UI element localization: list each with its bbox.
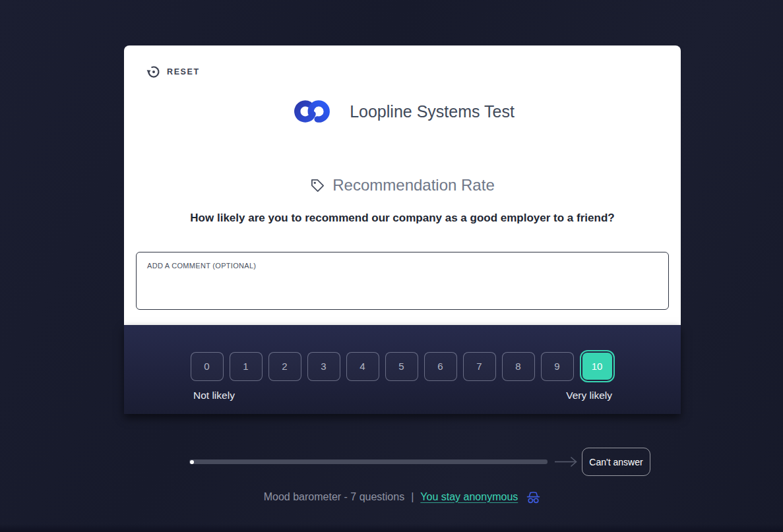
rating-scale-labels: Not likely Very likely [124,390,681,401]
brand-header: Loopline Systems Test [124,94,681,129]
max-label: Very likely [566,390,612,401]
rating-button-9[interactable]: 9 [541,352,574,381]
rating-panel: 012345678910 Not likely Very likely [124,325,681,414]
rating-button-6[interactable]: 6 [424,352,457,381]
question-category-title: Recommendation Rate [332,176,494,194]
progress-bar [189,459,548,464]
rating-button-4[interactable]: 4 [346,352,379,381]
question-category-row: Recommendation Rate [124,176,681,194]
next-arrow-icon[interactable] [554,456,578,468]
min-label: Not likely [193,390,235,401]
rating-button-3[interactable]: 3 [307,352,340,381]
comment-input[interactable] [136,252,669,310]
anonymous-link[interactable]: You stay anonymous [420,491,518,503]
question-text: How likely are you to recommend our comp… [124,212,681,225]
reset-label: RESET [167,67,200,76]
rating-button-7[interactable]: 7 [463,352,496,381]
incognito-icon [526,491,541,504]
loopline-logo-icon [290,94,334,129]
footer-separator: | [411,491,414,503]
cant-answer-button[interactable]: Can't answer [582,448,650,476]
reset-button[interactable]: RESET [146,65,200,79]
rating-button-1[interactable]: 1 [230,352,263,381]
survey-card: RESET Loopline Systems Test [124,45,681,325]
survey-info-text: Mood barometer - 7 questions [264,491,404,503]
bottom-shade [0,524,783,532]
rating-button-0[interactable]: 0 [191,352,224,381]
page-footer: Mood barometer - 7 questions | You stay … [124,489,681,504]
rating-selected-ring: 10 [580,350,615,382]
rating-button-8[interactable]: 8 [502,352,535,381]
brand-title: Loopline Systems Test [350,102,515,121]
rating-button-5[interactable]: 5 [385,352,418,381]
rating-button-10[interactable]: 10 [582,353,612,380]
progress-dot [190,460,194,464]
reset-icon [146,65,161,79]
rating-button-2[interactable]: 2 [268,352,301,381]
tag-icon [310,178,325,193]
rating-scale: 012345678910 [124,350,681,382]
